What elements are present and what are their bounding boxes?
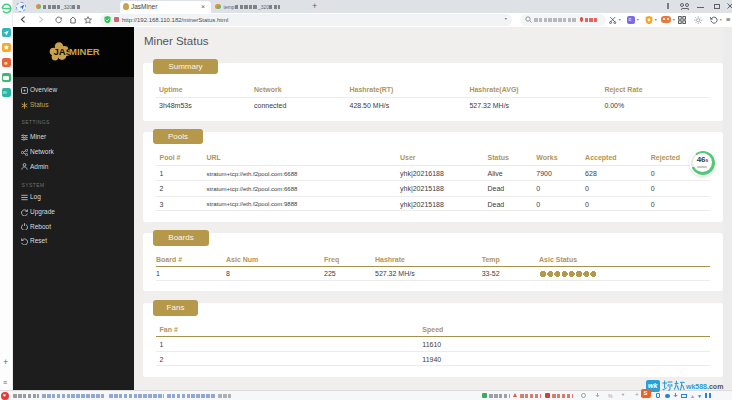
svg-text:MINER: MINER bbox=[69, 46, 100, 57]
